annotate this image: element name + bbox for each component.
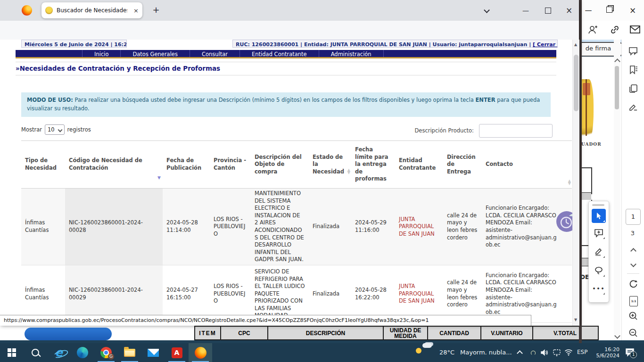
coat-of-arms-fragment — [582, 79, 594, 144]
taskbar-search-icon[interactable] — [24, 343, 47, 362]
sort-both-icon[interactable]: ▲▼ — [568, 180, 571, 186]
clock[interactable]: 16:20 5/6/2024 — [590, 346, 619, 359]
acrobat-share-toolbar — [579, 21, 644, 40]
zoom-in-icon[interactable] — [628, 311, 638, 321]
window-minimize-button[interactable]: — — [519, 4, 533, 17]
add-comment-tool-button[interactable] — [592, 226, 606, 240]
header-contacto[interactable]: Contacto — [482, 157, 561, 172]
language-indicator[interactable]: ESP — [577, 349, 587, 355]
browser-tab[interactable]: Buscador de Necesidades de Co × — [41, 2, 142, 18]
acrobat-minimize-button[interactable]: — — [583, 5, 594, 16]
header-extra[interactable]: ▲▼ — [561, 161, 572, 168]
pdf-scrollbar[interactable] — [614, 40, 620, 343]
highlight-tool-button[interactable] — [592, 245, 606, 259]
firefox-window: Buscador de Necesidades de Co × + — × ← … — [0, 0, 579, 326]
table-row[interactable]: Ínfimas Cuantías NIC-1260023860001-2024-… — [21, 189, 572, 265]
lasso-tool-button[interactable] — [592, 263, 606, 278]
comments-panel-icon[interactable] — [628, 46, 638, 56]
logout-link[interactable]: [ Cerrar Sesión ] — [533, 41, 558, 48]
tray-overflow-chevron-icon[interactable] — [517, 350, 523, 356]
new-tab-button[interactable]: + — [150, 4, 162, 16]
divider-line — [627, 273, 639, 274]
filter-label: Descripción Producto: — [391, 127, 474, 134]
taskbar-mail-icon[interactable] — [141, 343, 165, 362]
windows-taskbar: e G A 28°C Mayorm. nubla... ESP 16 — [0, 343, 644, 362]
usage-info-box: MODO DE USO: Para realizar una búsqueda … — [21, 92, 551, 117]
sort-desc-icon[interactable]: ▼ — [157, 175, 161, 181]
taskbar-internet-explorer-icon[interactable]: e — [47, 343, 71, 362]
page-scrollbar[interactable]: ▲ ▼ — [572, 40, 579, 326]
menu-item-administracion[interactable]: Administración — [319, 50, 384, 57]
drag-handle[interactable] — [592, 204, 604, 206]
taskbar-firefox-icon[interactable] — [189, 343, 212, 362]
more-tools-button[interactable]: ••• — [592, 281, 606, 296]
bookmarks-panel-icon[interactable] — [628, 65, 638, 74]
tab-list-chevron-icon[interactable] — [484, 7, 490, 13]
items-header-vunitario: V.UNITARIO — [481, 327, 533, 339]
menu-item-entidad-contratante[interactable]: Entidad Contratante — [239, 50, 319, 57]
rotate-page-icon[interactable] — [628, 279, 638, 288]
header-direccion[interactable]: Dirección de Entrega — [443, 150, 482, 180]
email-icon[interactable] — [630, 25, 640, 33]
status-bar-link-url: https://www.compraspublicas.gob.ec/Proce… — [0, 315, 531, 326]
link-icon[interactable] — [610, 25, 619, 34]
background-blue-button — [25, 328, 112, 340]
window-maximize-button[interactable] — [545, 8, 551, 14]
sort-both-icon[interactable]: ▲▼ — [347, 169, 350, 175]
header-fecha-publicacion[interactable]: Fecha de Publicación — [163, 153, 210, 175]
description-filter-input[interactable] — [479, 124, 553, 138]
temperature-label[interactable]: 28°C — [439, 349, 454, 356]
firefox-logo-icon — [22, 5, 32, 16]
notification-center-icon[interactable]: 1 — [625, 348, 635, 357]
weather-label[interactable]: Mayorm. nubla... — [460, 349, 512, 356]
pdf-scrollbar-thumb[interactable] — [615, 66, 619, 109]
table-row[interactable]: Ínfimas Cuantías NIC-1260023860001-2024-… — [21, 265, 572, 323]
header-tipo[interactable]: Tipo de Necesidad — [21, 153, 65, 175]
page-title: »Necesidades de Contratación y Recepción… — [16, 62, 556, 75]
cast-screen-icon[interactable] — [553, 349, 561, 356]
page-scrollbar-thumb[interactable] — [574, 55, 578, 111]
header-codigo[interactable]: Código de Necesidad de Contratación▼ — [65, 153, 163, 175]
tab-bar: Buscador de Necesidades de Co × + — × — [0, 0, 579, 21]
header-entidad[interactable]: Entidad Contratante — [395, 153, 443, 175]
header-fecha-limite[interactable]: Fecha límite para la entrega de proforma… — [351, 142, 395, 187]
menu-item-datos-generales[interactable]: Datos Generales — [120, 50, 189, 57]
header-provincia[interactable]: Provincia - Cantón — [210, 153, 251, 175]
page-thumbnails-icon[interactable] — [628, 84, 638, 93]
taskbar-edge-icon[interactable] — [71, 343, 94, 362]
window-close-button[interactable]: × — [562, 4, 576, 17]
header-descripcion[interactable]: Descripción del Objeto de compra — [251, 150, 309, 180]
table-header-row: Tipo de Necesidad Código de Necesidad de… — [21, 141, 572, 189]
header-estado[interactable]: Estado de la Necesidad▲▼ — [309, 150, 351, 180]
tab-close-icon[interactable]: × — [133, 7, 139, 14]
taskbar-acrobat-icon[interactable]: A — [165, 343, 189, 362]
acrobat-restore-button[interactable] — [606, 7, 612, 13]
site-favicon-icon — [45, 7, 53, 14]
taskbar-chrome-icon[interactable]: G — [94, 343, 118, 362]
page-size-select[interactable]: 10 — [45, 124, 65, 135]
items-header-cantidad: CANTIDAD — [428, 327, 481, 339]
acrobat-quick-tools: ••• — [588, 201, 609, 303]
clock-extension-badge[interactable] — [555, 210, 572, 233]
actual-size-icon[interactable]: 1:1 — [629, 296, 638, 306]
menu-item-inicio[interactable]: Inicio — [82, 50, 120, 57]
select-tool-button[interactable] — [592, 209, 606, 223]
page-number-field[interactable]: 1 — [626, 209, 641, 225]
clock-time: 16:20 — [590, 346, 619, 353]
screen: — × de firma UADOR DE — [0, 0, 644, 362]
menu-item-consultar[interactable]: Consultar — [190, 50, 239, 57]
usage-label: MODO DE USO: — [27, 97, 73, 103]
page-count-label: 3 — [627, 230, 638, 237]
taskbar-file-explorer-icon[interactable] — [118, 343, 141, 362]
add-person-icon[interactable] — [587, 25, 598, 35]
start-button[interactable] — [0, 343, 24, 362]
navigation-toolbar: ← → https://www.compraspublicas.gob.ec/P… — [0, 21, 579, 40]
zoom-out-icon[interactable] — [628, 328, 638, 337]
acrobat-close-button[interactable]: × — [627, 5, 638, 16]
items-header-item: ITEM — [195, 327, 221, 339]
volume-icon[interactable] — [540, 348, 549, 357]
items-header-cpc: CPC — [221, 327, 268, 339]
signature-panel-icon[interactable] — [628, 103, 638, 112]
main-menu: Inicio Datos Generales Consultar Entidad… — [16, 50, 556, 58]
wifi-icon[interactable] — [564, 349, 573, 356]
